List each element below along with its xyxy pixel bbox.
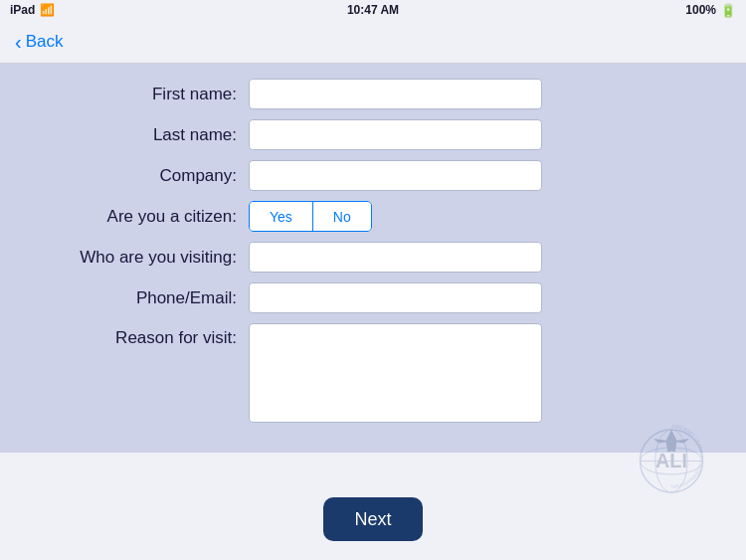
logo-watermark: ALI AIRCRAFT LEASINGS INTERNATIONAL [627, 412, 716, 501]
chevron-left-icon: ‹ [15, 32, 22, 52]
device-label: iPad [10, 3, 35, 17]
phone-email-input[interactable] [249, 282, 542, 313]
bottom-area: ALI AIRCRAFT LEASINGS INTERNATIONAL Next [0, 453, 746, 560]
form-area: First name: Last name: Company: Are you … [0, 64, 746, 453]
last-name-row: Last name: [0, 119, 746, 150]
citizen-row: Are you a citizen: Yes No [0, 201, 746, 232]
first-name-input[interactable] [249, 79, 542, 109]
nav-bar: ‹ Back [0, 20, 746, 64]
last-name-input[interactable] [249, 119, 542, 150]
visiting-input[interactable] [249, 242, 542, 273]
back-label: Back [26, 32, 64, 52]
last-name-label: Last name: [20, 125, 249, 145]
citizen-toggle: Yes No [249, 201, 372, 232]
reason-textarea[interactable] [249, 323, 542, 423]
first-name-label: First name: [20, 85, 249, 104]
battery-icon: 🔋 [720, 3, 736, 18]
reason-label: Reason for visit: [20, 323, 249, 348]
phone-email-row: Phone/Email: [0, 282, 746, 313]
first-name-row: First name: [0, 79, 746, 109]
phone-email-label: Phone/Email: [20, 288, 249, 308]
citizen-label: Are you a citizen: [20, 207, 249, 227]
company-input[interactable] [249, 160, 542, 191]
status-right: 100% 🔋 [685, 3, 736, 18]
reason-row: Reason for visit: [0, 323, 746, 423]
status-time: 10:47 AM [347, 3, 399, 17]
status-bar: iPad 📶 10:47 AM 100% 🔋 [0, 0, 746, 20]
citizen-no-button[interactable]: No [313, 202, 371, 231]
battery-label: 100% [685, 3, 716, 17]
company-label: Company: [20, 166, 249, 186]
status-left: iPad 📶 [10, 3, 55, 17]
visiting-row: Who are you visiting: [0, 242, 746, 273]
company-row: Company: [0, 160, 746, 191]
wifi-icon: 📶 [40, 3, 55, 17]
next-button[interactable]: Next [323, 497, 423, 541]
svg-text:ALI: ALI [655, 450, 687, 471]
citizen-yes-button[interactable]: Yes [250, 202, 313, 231]
visiting-label: Who are you visiting: [20, 248, 249, 268]
back-button[interactable]: ‹ Back [15, 32, 63, 52]
